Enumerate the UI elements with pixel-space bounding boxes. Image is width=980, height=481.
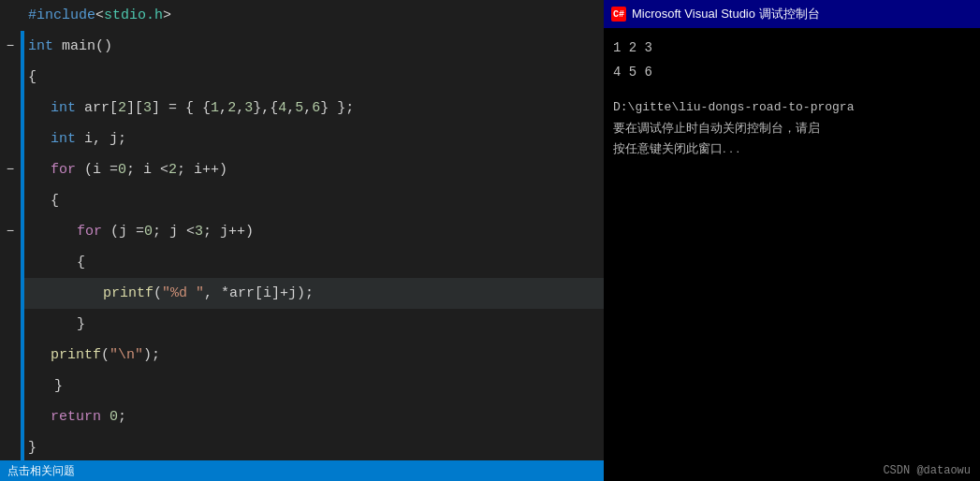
token-printf2-close: ); <box>143 340 160 371</box>
code-line-2: int main() <box>24 31 604 62</box>
bottom-hint-bar[interactable]: 点击相关问题 <box>0 460 604 481</box>
token-arr-assign: ] = { { <box>152 93 211 124</box>
token-ij-decl: i, j; <box>76 124 126 154</box>
token-int-main: int <box>28 31 53 62</box>
token-header: stdio.h <box>104 0 163 31</box>
code-lines-area: #include<stdio.h> int main() { int arr[2… <box>24 0 604 481</box>
gutter-1 <box>0 0 21 31</box>
token-int-ij: int <box>51 124 76 154</box>
token-lt: < <box>95 0 104 31</box>
gutter-5 <box>0 124 21 154</box>
console-output-2: 4 5 6 <box>613 60 971 84</box>
token-arr-decl: arr[ <box>76 93 118 124</box>
console-msg1: 要在调试停止时自动关闭控制台，请启 <box>613 118 971 138</box>
token-printf2: printf <box>51 340 101 371</box>
console-msg2: 按任意键关闭此窗口. . . <box>613 138 971 159</box>
console-body: 1 2 3 4 5 6 D:\gitte\liu-dongs-road-to-p… <box>604 28 980 460</box>
token-arr-bracket: ][ <box>126 93 143 124</box>
code-line-5: int i, j; <box>24 124 604 154</box>
token-include-kw: #include <box>28 0 95 31</box>
code-line-4: int arr[2][3] = { { 1,2,3},{4,5,6} }; <box>24 93 604 124</box>
gutter-7 <box>0 185 21 216</box>
console-footer: CSDN @dataowu <box>604 460 980 481</box>
token-brace-inner: { <box>77 247 85 278</box>
gutter-14 <box>0 401 21 432</box>
token-3: 3 <box>143 93 152 124</box>
token-for-inner: for <box>77 216 102 247</box>
console-titlebar: C# Microsoft Visual Studio 调试控制台 <box>604 0 980 28</box>
code-line-3: { <box>24 62 604 93</box>
token-for-inner-cond: (j = <box>102 216 144 247</box>
console-panel: C# Microsoft Visual Studio 调试控制台 1 2 3 4… <box>604 0 980 481</box>
token-close-outer: } <box>28 371 63 401</box>
gutter-13 <box>0 371 21 401</box>
collapse-for2[interactable]: − <box>0 216 21 247</box>
console-path: D:\gitte\liu-dongs-road-to-progra <box>613 97 971 118</box>
token-return: return <box>51 401 101 432</box>
console-title: Microsoft Visual Studio 调试控制台 <box>632 6 820 22</box>
token-printf-paren: ( <box>154 278 162 309</box>
code-line-13: } <box>24 371 604 401</box>
bottom-hint-text: 点击相关问题 <box>7 456 75 482</box>
token-main-sig: main() <box>53 31 112 62</box>
code-line-15: } <box>24 432 604 463</box>
gutter-4 <box>0 93 21 124</box>
gutter-10 <box>0 278 21 309</box>
token-printf2-paren: ( <box>101 340 110 371</box>
gutter: − − − <box>0 0 21 481</box>
console-output-1: 1 2 3 <box>613 36 971 60</box>
collapse-for1[interactable]: − <box>0 154 21 185</box>
token-fmt-str: "%d " <box>162 278 204 309</box>
token-gt: > <box>163 0 171 31</box>
code-line-7: { <box>24 185 604 216</box>
token-close-inner: } <box>77 309 85 340</box>
console-icon-label: C# <box>613 9 624 20</box>
code-line-14: return 0; <box>24 401 604 432</box>
token-brace-for-outer: { <box>51 185 59 216</box>
gutter-9 <box>0 247 21 278</box>
code-line-6: for (i = 0; i < 2; i++) <box>24 154 604 185</box>
code-line-11: } <box>24 309 604 340</box>
collapse-main[interactable]: − <box>0 31 21 62</box>
code-line-9: { <box>24 247 604 278</box>
token-printf-args: , *arr[i]+j); <box>204 278 314 309</box>
token-1: 1 <box>211 93 219 124</box>
code-line-1: #include<stdio.h> <box>24 0 604 31</box>
token-2: 2 <box>118 93 126 124</box>
token-for-outer-cond: (i = <box>76 154 118 185</box>
code-line-8: for (j = 0; j < 3; j++) <box>24 216 604 247</box>
code-editor: − − − <box>0 0 604 481</box>
code-line-10: printf("%d ", *arr[i]+j); <box>24 278 604 309</box>
console-footer-text: CSDN @dataowu <box>883 464 971 477</box>
gutter-12 <box>0 340 21 371</box>
gutter-3 <box>0 62 21 93</box>
console-icon: C# <box>611 7 626 22</box>
token-for-outer: for <box>51 154 76 185</box>
token-int-arr: int <box>51 93 76 124</box>
gutter-11 <box>0 309 21 340</box>
token-printf: printf <box>103 278 154 309</box>
code-line-12: printf("\n"); <box>24 340 604 371</box>
token-newline-str: "\n" <box>110 340 143 371</box>
token-brace-open-main: { <box>28 62 37 93</box>
